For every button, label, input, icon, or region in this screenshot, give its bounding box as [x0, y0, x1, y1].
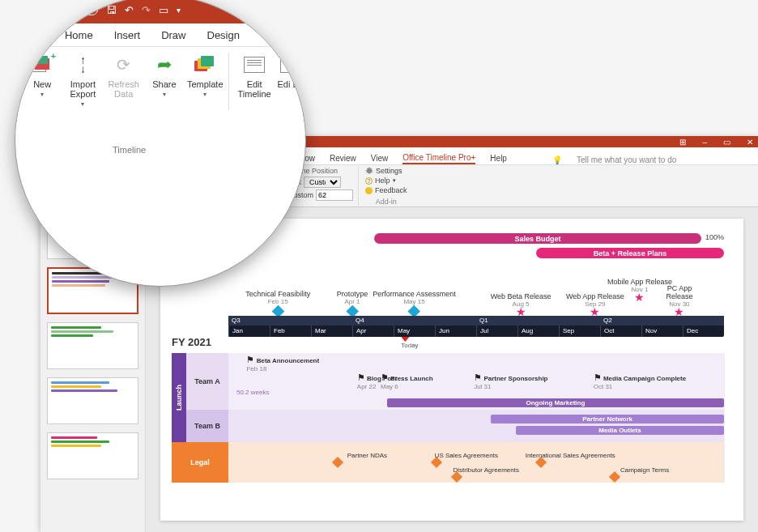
- month-label: Dec: [683, 326, 724, 337]
- swimlane-legal: Legal: [172, 442, 228, 483]
- milestone-marker[interactable]: PC App ReleaseNov 30★: [657, 284, 701, 316]
- month-label: Oct: [600, 326, 641, 337]
- share-button[interactable]: ➦ Share▾: [144, 52, 185, 135]
- ribbon-magnifier: AutoSave Off 🖫 ↶ ↷ ▭ ▾ File Home Insert …: [15, 0, 306, 287]
- task-flag[interactable]: ⚑ Press LaunchMay 6: [381, 372, 433, 390]
- edit-data-button[interactable]: Edi Da: [276, 52, 305, 135]
- slide-content[interactable]: Sales Budget 100% Beta + Release Plans T…: [160, 219, 743, 521]
- milestone-marker[interactable]: Technical FeasibilityFeb 15: [245, 290, 310, 316]
- new-icon: +: [32, 56, 53, 74]
- milestone-marker[interactable]: Web Beta ReleaseAug 5★: [491, 292, 551, 316]
- milestone-marker[interactable]: PrototypeApr 1: [337, 290, 368, 316]
- feedback-button[interactable]: Feedback: [365, 186, 407, 194]
- legal-diamond-icon[interactable]: [332, 457, 343, 468]
- milestone-row: Technical FeasibilityFeb 15PrototypeApr …: [228, 266, 724, 316]
- tab-design[interactable]: Design: [207, 29, 240, 41]
- refresh-icon: ⟳: [117, 55, 130, 74]
- summary-bars: Sales Budget 100% Beta + Release Plans: [374, 233, 724, 266]
- autosave-toggle[interactable]: AutoSave Off: [25, 4, 98, 15]
- legal-diamond-icon[interactable]: [609, 471, 620, 483]
- today-row: Today: [228, 337, 732, 348]
- restore-icon[interactable]: ▭: [723, 138, 730, 147]
- timeline-group-label: Timeline: [113, 145, 146, 155]
- team-b-bar[interactable]: Media Outlets: [516, 426, 724, 435]
- team-a-label: Team A: [186, 353, 228, 410]
- team-b-bar[interactable]: Partner Network: [491, 415, 724, 423]
- quarter-label: Q4: [352, 316, 476, 326]
- fy-label: FY 2021: [172, 336, 211, 348]
- present-icon[interactable]: ▭: [159, 4, 168, 16]
- gear-icon: [365, 167, 373, 175]
- ribbon-buttons-mag: + New▾ ↑↓ Import Export▾ ⟳ Refresh Data …: [15, 46, 305, 135]
- template-button[interactable]: Template▾: [185, 52, 225, 135]
- redo-icon[interactable]: ↷: [142, 4, 151, 16]
- tab-help[interactable]: Help: [490, 152, 507, 164]
- tab-file[interactable]: File: [27, 29, 44, 41]
- minimize-icon[interactable]: –: [702, 138, 707, 147]
- month-label: Sep: [559, 326, 600, 337]
- save-icon[interactable]: 🖫: [106, 4, 117, 16]
- tab-draw[interactable]: Draw: [161, 29, 185, 41]
- import-export-icon: ↑↓: [80, 56, 86, 74]
- sales-budget-bar[interactable]: Sales Budget: [374, 233, 701, 244]
- bulb-icon: 💡: [552, 155, 562, 164]
- share-icon: ➦: [157, 54, 172, 75]
- milestone-marker[interactable]: Performance AssessmentMay 15: [373, 290, 456, 316]
- task-flag[interactable]: ⚑ Media Campaign CompleteOct 31: [594, 372, 686, 390]
- legal-milestone-label: Distributor Agreements: [454, 466, 519, 474]
- smile-icon: [365, 187, 373, 194]
- task-flag[interactable]: ⚑ Partner SponsorshipJul 31: [474, 372, 547, 390]
- tab-partial[interactable]: Tr: [261, 29, 270, 41]
- gantt-inner: ⚑ Beta AnnouncementFeb 18⚑ Blog PostApr …: [228, 353, 724, 483]
- toggle-switch[interactable]: Off: [74, 4, 98, 15]
- tab-insert[interactable]: Insert: [114, 29, 141, 41]
- tab-view[interactable]: View: [371, 152, 389, 164]
- quick-select[interactable]: Custom: [304, 177, 341, 188]
- help-button[interactable]: ?Help▾: [365, 177, 407, 185]
- help-icon: ?: [365, 177, 373, 185]
- settings-button[interactable]: Settings: [365, 167, 407, 175]
- today-label: Today: [401, 342, 418, 349]
- close-icon[interactable]: ✕: [747, 138, 753, 147]
- custom-input[interactable]: [316, 189, 353, 201]
- month-label: May: [394, 326, 435, 337]
- gantt-area: Launch Team A 50.2 weeks Team B Legal ⚑ …: [172, 353, 724, 483]
- tab-review[interactable]: Review: [330, 152, 356, 164]
- sales-pct-label: 100%: [705, 233, 724, 241]
- month-label: Mar: [311, 326, 352, 337]
- addin-group-label: Add-in: [365, 198, 407, 206]
- tab-home[interactable]: Home: [65, 29, 93, 41]
- swimlane-launch: Launch: [172, 353, 186, 442]
- tab-office-timeline[interactable]: Office Timeline Pro+: [402, 151, 475, 164]
- qat-more-icon[interactable]: ▾: [177, 6, 181, 15]
- import-export-button[interactable]: ↑↓ Import Export▾: [62, 52, 103, 135]
- edit-timeline-button[interactable]: Edit Timeline: [232, 52, 276, 135]
- flag-icon: ⚑: [357, 372, 365, 382]
- undo-icon[interactable]: ↶: [125, 4, 134, 16]
- template-icon: [194, 56, 215, 74]
- new-button[interactable]: + New▾: [22, 52, 62, 135]
- ongoing-marketing-bar[interactable]: Ongoing Marketing: [387, 398, 724, 407]
- month-label: Feb: [270, 326, 311, 337]
- month-label: Nov: [641, 326, 683, 337]
- today-marker: Today: [401, 337, 418, 349]
- month-label: Jan: [228, 326, 270, 337]
- layout-control-icon[interactable]: ⊞: [679, 138, 686, 147]
- month-label: Aug: [517, 326, 559, 337]
- refresh-button: ⟳ Refresh Data: [104, 52, 144, 135]
- flag-icon: ⚑: [474, 372, 482, 382]
- slide-thumb[interactable]: [47, 432, 138, 479]
- legal-milestone-label: International Sales Agreements: [526, 452, 615, 459]
- tell-me-input[interactable]: Tell me what you want to do: [577, 155, 676, 164]
- month-label: Jul: [476, 326, 517, 337]
- slide-thumb[interactable]: [47, 322, 138, 369]
- legal-milestone-label: Campaign Terms: [620, 466, 669, 474]
- slide-thumb[interactable]: [47, 377, 138, 424]
- task-flag[interactable]: ⚑ Beta AnnouncementFeb 18: [246, 355, 319, 372]
- beta-release-bar[interactable]: Beta + Release Plans: [536, 248, 724, 258]
- legal-milestone-label: US Sales Agreements: [435, 452, 498, 459]
- flag-icon: ⚑: [246, 355, 254, 364]
- quarter-label: Q3: [228, 316, 352, 326]
- edit-timeline-icon: [244, 57, 265, 73]
- autosave-label: AutoSave: [25, 4, 70, 15]
